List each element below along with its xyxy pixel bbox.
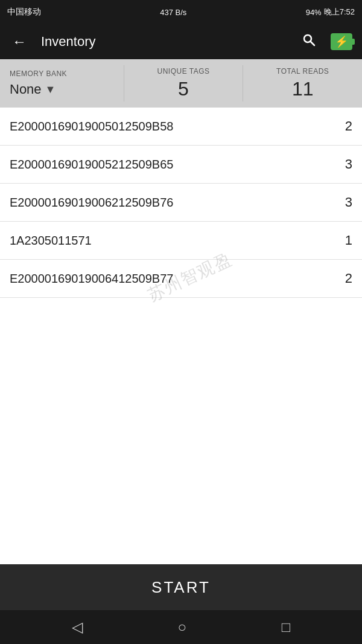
tag-count: 2 [345, 271, 352, 286]
dropdown-arrow-icon: ▼ [45, 83, 56, 96]
tag-count: 3 [345, 156, 352, 172]
back-button[interactable]: ← [10, 31, 29, 53]
tag-count: 1 [345, 233, 352, 248]
status-bar: 中国移动 437 B/s 94% 晚上7:52 [0, 0, 362, 24]
battery-percent: 94% [306, 8, 322, 17]
svg-line-1 [311, 42, 315, 46]
status-right: 94% 晚上7:52 [306, 7, 355, 18]
total-reads-label: TOTAL READS [276, 67, 329, 76]
nav-bar: ◁ ○ □ [0, 610, 362, 644]
memory-bank-stat[interactable]: MEMORY BANK None ▼ [0, 59, 124, 108]
unique-tags-value: 5 [178, 78, 189, 100]
network-speed: 437 B/s [160, 8, 186, 17]
page-title: Inventory [41, 34, 287, 50]
search-button[interactable] [299, 30, 319, 53]
unique-tags-stat: UNIQUE TAGS 5 [124, 59, 243, 108]
nav-recent-button[interactable]: □ [277, 614, 296, 640]
tag-id: E20000169019005212509B65 [10, 158, 173, 172]
tag-id: 1A2305011571 [10, 234, 92, 248]
nav-back-button[interactable]: ◁ [67, 614, 87, 640]
total-reads-value: 11 [292, 78, 314, 100]
tag-row[interactable]: E20000169019005012509B582 [0, 108, 362, 146]
carrier-text: 中国移动 [7, 7, 41, 18]
memory-bank-value: None [10, 82, 42, 97]
tag-list: E20000169019005012509B582E20000169019005… [0, 108, 362, 564]
tag-count: 3 [345, 195, 352, 210]
unique-tags-label: UNIQUE TAGS [157, 67, 209, 76]
battery-icon: ⚡ [331, 33, 352, 50]
memory-bank-label: MEMORY BANK [10, 69, 67, 78]
start-button[interactable]: START [151, 578, 211, 597]
nav-home-button[interactable]: ○ [173, 614, 191, 640]
tag-id: E20000169019006212509B76 [10, 196, 173, 210]
total-reads-stat: TOTAL READS 11 [243, 59, 362, 108]
app-bar: ← Inventory ⚡ [0, 24, 362, 59]
tag-row[interactable]: E20000169019006212509B763 [0, 184, 362, 222]
memory-bank-row: None ▼ [10, 82, 56, 97]
tag-count: 2 [345, 118, 352, 134]
main-content: MEMORY BANK None ▼ UNIQUE TAGS 5 TOTAL R… [0, 59, 362, 644]
stats-bar: MEMORY BANK None ▼ UNIQUE TAGS 5 TOTAL R… [0, 59, 362, 108]
time-display: 晚上7:52 [324, 7, 355, 18]
tag-row[interactable]: 1A23050115711 [0, 222, 362, 260]
battery-lightning-icon: ⚡ [335, 36, 348, 47]
start-button-container: START [0, 564, 362, 610]
tag-id: E20000169019006412509B77 [10, 272, 173, 286]
tag-row[interactable]: E20000169019005212509B653 [0, 146, 362, 184]
tag-row[interactable]: E20000169019006412509B772 [0, 260, 362, 298]
tag-id: E20000169019005012509B58 [10, 120, 173, 134]
